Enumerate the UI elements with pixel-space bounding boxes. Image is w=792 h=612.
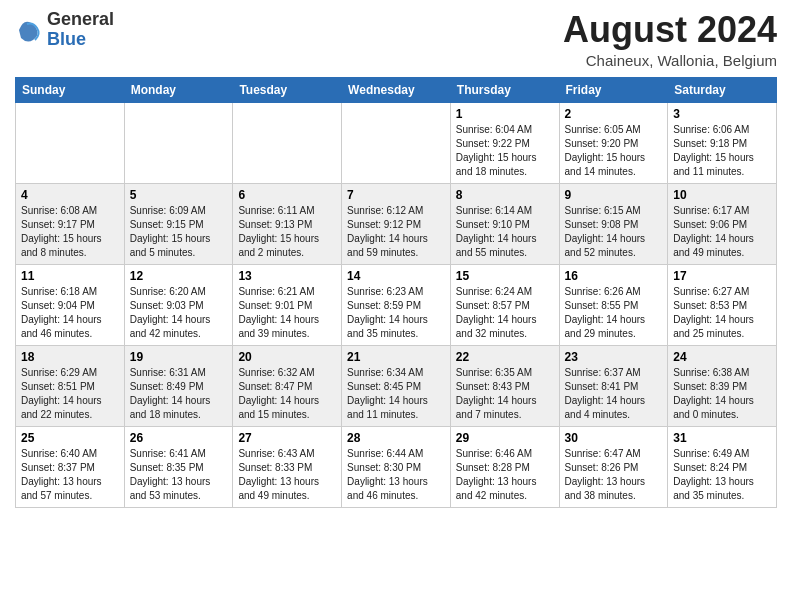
calendar-cell-w4-d2: 19Sunrise: 6:31 AMSunset: 8:49 PMDayligh…	[124, 345, 233, 426]
week-row-1: 1Sunrise: 6:04 AMSunset: 9:22 PMDaylight…	[16, 102, 777, 183]
calendar-cell-w4-d7: 24Sunrise: 6:38 AMSunset: 8:39 PMDayligh…	[668, 345, 777, 426]
calendar-cell-w2-d2: 5Sunrise: 6:09 AMSunset: 9:15 PMDaylight…	[124, 183, 233, 264]
day-number-29: 29	[456, 431, 554, 445]
day-number-30: 30	[565, 431, 663, 445]
day-number-26: 26	[130, 431, 228, 445]
day-number-16: 16	[565, 269, 663, 283]
day-info-6: Sunrise: 6:11 AMSunset: 9:13 PMDaylight:…	[238, 204, 336, 260]
calendar-cell-w4-d6: 23Sunrise: 6:37 AMSunset: 8:41 PMDayligh…	[559, 345, 668, 426]
calendar-cell-w2-d1: 4Sunrise: 6:08 AMSunset: 9:17 PMDaylight…	[16, 183, 125, 264]
location-subtitle: Chaineux, Wallonia, Belgium	[563, 52, 777, 69]
day-info-25: Sunrise: 6:40 AMSunset: 8:37 PMDaylight:…	[21, 447, 119, 503]
day-info-28: Sunrise: 6:44 AMSunset: 8:30 PMDaylight:…	[347, 447, 445, 503]
day-info-31: Sunrise: 6:49 AMSunset: 8:24 PMDaylight:…	[673, 447, 771, 503]
day-info-7: Sunrise: 6:12 AMSunset: 9:12 PMDaylight:…	[347, 204, 445, 260]
calendar-cell-w3-d4: 14Sunrise: 6:23 AMSunset: 8:59 PMDayligh…	[342, 264, 451, 345]
day-number-11: 11	[21, 269, 119, 283]
header-saturday: Saturday	[668, 77, 777, 102]
calendar-cell-w1-d7: 3Sunrise: 6:06 AMSunset: 9:18 PMDaylight…	[668, 102, 777, 183]
logo-text: General Blue	[47, 10, 114, 50]
day-info-24: Sunrise: 6:38 AMSunset: 8:39 PMDaylight:…	[673, 366, 771, 422]
calendar-cell-w1-d3	[233, 102, 342, 183]
calendar-cell-w2-d6: 9Sunrise: 6:15 AMSunset: 9:08 PMDaylight…	[559, 183, 668, 264]
day-number-17: 17	[673, 269, 771, 283]
weekday-header-row: Sunday Monday Tuesday Wednesday Thursday…	[16, 77, 777, 102]
calendar-cell-w3-d2: 12Sunrise: 6:20 AMSunset: 9:03 PMDayligh…	[124, 264, 233, 345]
day-number-27: 27	[238, 431, 336, 445]
day-info-18: Sunrise: 6:29 AMSunset: 8:51 PMDaylight:…	[21, 366, 119, 422]
header-sunday: Sunday	[16, 77, 125, 102]
day-info-16: Sunrise: 6:26 AMSunset: 8:55 PMDaylight:…	[565, 285, 663, 341]
day-number-6: 6	[238, 188, 336, 202]
calendar-cell-w1-d2	[124, 102, 233, 183]
title-section: August 2024 Chaineux, Wallonia, Belgium	[563, 10, 777, 69]
day-info-5: Sunrise: 6:09 AMSunset: 9:15 PMDaylight:…	[130, 204, 228, 260]
logo-general-text: General	[47, 10, 114, 30]
calendar-cell-w3-d7: 17Sunrise: 6:27 AMSunset: 8:53 PMDayligh…	[668, 264, 777, 345]
calendar-cell-w2-d4: 7Sunrise: 6:12 AMSunset: 9:12 PMDaylight…	[342, 183, 451, 264]
day-number-12: 12	[130, 269, 228, 283]
day-info-29: Sunrise: 6:46 AMSunset: 8:28 PMDaylight:…	[456, 447, 554, 503]
day-number-8: 8	[456, 188, 554, 202]
calendar-cell-w4-d5: 22Sunrise: 6:35 AMSunset: 8:43 PMDayligh…	[450, 345, 559, 426]
day-number-20: 20	[238, 350, 336, 364]
day-number-10: 10	[673, 188, 771, 202]
calendar-cell-w1-d1	[16, 102, 125, 183]
calendar-table: Sunday Monday Tuesday Wednesday Thursday…	[15, 77, 777, 508]
day-number-31: 31	[673, 431, 771, 445]
day-info-20: Sunrise: 6:32 AMSunset: 8:47 PMDaylight:…	[238, 366, 336, 422]
calendar-cell-w2-d3: 6Sunrise: 6:11 AMSunset: 9:13 PMDaylight…	[233, 183, 342, 264]
calendar-cell-w5-d1: 25Sunrise: 6:40 AMSunset: 8:37 PMDayligh…	[16, 426, 125, 507]
logo: General Blue	[15, 10, 114, 50]
day-number-19: 19	[130, 350, 228, 364]
day-info-30: Sunrise: 6:47 AMSunset: 8:26 PMDaylight:…	[565, 447, 663, 503]
calendar-cell-w5-d4: 28Sunrise: 6:44 AMSunset: 8:30 PMDayligh…	[342, 426, 451, 507]
day-number-15: 15	[456, 269, 554, 283]
day-info-15: Sunrise: 6:24 AMSunset: 8:57 PMDaylight:…	[456, 285, 554, 341]
day-info-22: Sunrise: 6:35 AMSunset: 8:43 PMDaylight:…	[456, 366, 554, 422]
day-info-11: Sunrise: 6:18 AMSunset: 9:04 PMDaylight:…	[21, 285, 119, 341]
header-monday: Monday	[124, 77, 233, 102]
calendar-cell-w2-d7: 10Sunrise: 6:17 AMSunset: 9:06 PMDayligh…	[668, 183, 777, 264]
calendar-cell-w5-d6: 30Sunrise: 6:47 AMSunset: 8:26 PMDayligh…	[559, 426, 668, 507]
calendar-cell-w5-d5: 29Sunrise: 6:46 AMSunset: 8:28 PMDayligh…	[450, 426, 559, 507]
day-info-14: Sunrise: 6:23 AMSunset: 8:59 PMDaylight:…	[347, 285, 445, 341]
day-number-23: 23	[565, 350, 663, 364]
day-number-18: 18	[21, 350, 119, 364]
day-info-19: Sunrise: 6:31 AMSunset: 8:49 PMDaylight:…	[130, 366, 228, 422]
header-tuesday: Tuesday	[233, 77, 342, 102]
day-number-2: 2	[565, 107, 663, 121]
day-number-13: 13	[238, 269, 336, 283]
calendar-cell-w4-d4: 21Sunrise: 6:34 AMSunset: 8:45 PMDayligh…	[342, 345, 451, 426]
header-wednesday: Wednesday	[342, 77, 451, 102]
day-info-8: Sunrise: 6:14 AMSunset: 9:10 PMDaylight:…	[456, 204, 554, 260]
day-info-23: Sunrise: 6:37 AMSunset: 8:41 PMDaylight:…	[565, 366, 663, 422]
day-info-9: Sunrise: 6:15 AMSunset: 9:08 PMDaylight:…	[565, 204, 663, 260]
calendar-cell-w3-d6: 16Sunrise: 6:26 AMSunset: 8:55 PMDayligh…	[559, 264, 668, 345]
page: General Blue August 2024 Chaineux, Wallo…	[0, 0, 792, 612]
day-number-7: 7	[347, 188, 445, 202]
calendar-cell-w5-d3: 27Sunrise: 6:43 AMSunset: 8:33 PMDayligh…	[233, 426, 342, 507]
calendar-cell-w4-d1: 18Sunrise: 6:29 AMSunset: 8:51 PMDayligh…	[16, 345, 125, 426]
week-row-3: 11Sunrise: 6:18 AMSunset: 9:04 PMDayligh…	[16, 264, 777, 345]
day-info-13: Sunrise: 6:21 AMSunset: 9:01 PMDaylight:…	[238, 285, 336, 341]
day-info-2: Sunrise: 6:05 AMSunset: 9:20 PMDaylight:…	[565, 123, 663, 179]
calendar-cell-w5-d7: 31Sunrise: 6:49 AMSunset: 8:24 PMDayligh…	[668, 426, 777, 507]
day-number-28: 28	[347, 431, 445, 445]
calendar-cell-w3-d3: 13Sunrise: 6:21 AMSunset: 9:01 PMDayligh…	[233, 264, 342, 345]
day-number-1: 1	[456, 107, 554, 121]
day-info-17: Sunrise: 6:27 AMSunset: 8:53 PMDaylight:…	[673, 285, 771, 341]
day-info-3: Sunrise: 6:06 AMSunset: 9:18 PMDaylight:…	[673, 123, 771, 179]
day-info-12: Sunrise: 6:20 AMSunset: 9:03 PMDaylight:…	[130, 285, 228, 341]
calendar-cell-w1-d5: 1Sunrise: 6:04 AMSunset: 9:22 PMDaylight…	[450, 102, 559, 183]
header-friday: Friday	[559, 77, 668, 102]
calendar-cell-w3-d1: 11Sunrise: 6:18 AMSunset: 9:04 PMDayligh…	[16, 264, 125, 345]
day-info-1: Sunrise: 6:04 AMSunset: 9:22 PMDaylight:…	[456, 123, 554, 179]
day-number-3: 3	[673, 107, 771, 121]
day-number-14: 14	[347, 269, 445, 283]
day-info-27: Sunrise: 6:43 AMSunset: 8:33 PMDaylight:…	[238, 447, 336, 503]
day-info-4: Sunrise: 6:08 AMSunset: 9:17 PMDaylight:…	[21, 204, 119, 260]
calendar-cell-w5-d2: 26Sunrise: 6:41 AMSunset: 8:35 PMDayligh…	[124, 426, 233, 507]
day-number-9: 9	[565, 188, 663, 202]
calendar-cell-w4-d3: 20Sunrise: 6:32 AMSunset: 8:47 PMDayligh…	[233, 345, 342, 426]
